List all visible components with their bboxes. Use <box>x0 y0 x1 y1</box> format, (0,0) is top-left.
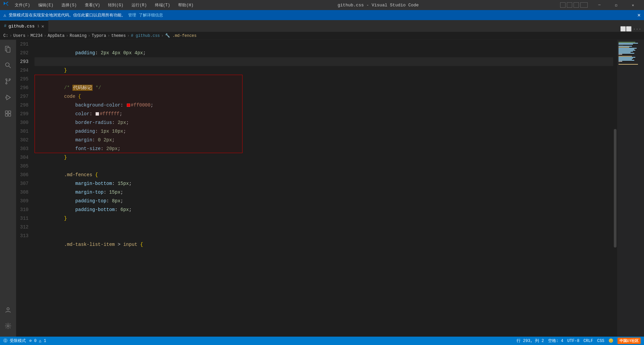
menu-run[interactable]: 运行(R) <box>129 2 150 9</box>
breadcrumb-md-fences[interactable]: 🔧 .md-fences <box>165 33 197 38</box>
menu-help[interactable]: 帮助(H) <box>175 2 196 9</box>
tab-dirty-indicator: 1 <box>37 24 39 28</box>
explorer-icon[interactable] <box>0 41 16 57</box>
scrollbar-track <box>613 40 617 337</box>
code-line-304[interactable] <box>35 153 617 162</box>
code-line-303[interactable]: } <box>35 144 617 153</box>
layout-btn-1[interactable] <box>560 2 566 8</box>
code-line-312[interactable] <box>35 223 617 231</box>
extensions-icon[interactable] <box>0 106 16 122</box>
line-num-291: 291 <box>16 40 32 49</box>
layout-btn-2[interactable] <box>567 2 572 8</box>
svg-marker-7 <box>7 95 10 100</box>
main-area: 291 292 293 294 295 296 297 298 299 300 … <box>0 40 644 337</box>
learn-more-link[interactable]: 了解详细信息 <box>139 12 163 18</box>
line-num-310: 310 <box>16 205 32 214</box>
line-num-311: 311 <box>16 214 32 223</box>
code-line-292[interactable]: font-size: 0.9em; <box>35 49 617 57</box>
scrollbar-thumb[interactable] <box>614 129 616 248</box>
source-control-icon[interactable] <box>0 73 16 89</box>
restore-button[interactable]: ◻ <box>608 0 624 10</box>
tab-filename: github.css <box>8 24 35 29</box>
search-icon[interactable] <box>0 57 16 73</box>
code-line-295[interactable]: /* 代码标记 */ <box>35 75 617 83</box>
line-num-306: 306 <box>16 170 32 179</box>
tab-close-button[interactable]: ✕ <box>41 23 44 29</box>
split-editor-button[interactable]: ⬜⬜ <box>620 26 632 32</box>
menu-select[interactable]: 选择(S) <box>59 2 79 9</box>
run-debug-icon[interactable] <box>0 89 16 106</box>
code-line-296[interactable]: code { <box>35 83 617 92</box>
breadcrumb-typora[interactable]: Typora <box>92 33 106 38</box>
vscode-icon <box>3 1 9 9</box>
feedback-icon[interactable]: 😊 <box>608 338 613 343</box>
code-line-309[interactable]: padding-bottom: 6px; <box>35 197 617 205</box>
svg-point-13 <box>7 308 9 310</box>
breadcrumb-appdata[interactable]: AppData <box>48 33 64 38</box>
line-num-300: 300 <box>16 118 32 127</box>
warning-close-button[interactable]: ✕ <box>637 12 641 18</box>
code-line-307[interactable]: margin-top: 15px; <box>35 179 617 188</box>
breadcrumb-github-css[interactable]: # github.css <box>131 33 160 38</box>
status-left: ⓪ 受限模式 ⊘ 0 △ 1 <box>3 338 46 344</box>
css-file-icon: # <box>4 24 6 28</box>
line-num-294: 294 <box>16 66 32 75</box>
breadcrumb-themes[interactable]: themes <box>111 33 126 38</box>
line-num-295: 295 <box>16 75 32 83</box>
line-numbers: 291 292 293 294 295 296 297 298 299 300 … <box>16 40 35 337</box>
warning-bar: ⚠ 受限模式旨在实现安全地浏览代码。信任此窗口以启用所有功能。 管理 了解详细信… <box>0 10 644 20</box>
code-line-301[interactable]: margin: 0 2px; <box>35 127 617 136</box>
code-line-305[interactable]: .md-fences { <box>35 162 617 170</box>
menu-file[interactable]: 文件(F) <box>12 2 33 9</box>
svg-point-5 <box>6 83 7 84</box>
language-indicator[interactable]: CSS <box>597 339 604 343</box>
error-warning-count[interactable]: ⊘ 0 △ 1 <box>29 338 46 343</box>
breadcrumb-c[interactable]: C: <box>3 33 8 38</box>
editor-area[interactable]: 291 292 293 294 295 296 297 298 299 300 … <box>16 40 644 337</box>
svg-point-14 <box>7 325 9 327</box>
breadcrumb-users[interactable]: Users <box>13 33 25 38</box>
more-actions-button[interactable]: ··· <box>633 26 641 32</box>
close-button[interactable]: ✕ <box>625 0 641 10</box>
manage-link[interactable]: 管理 <box>128 12 136 18</box>
code-line-302[interactable]: font-size: 20px; <box>35 136 617 144</box>
menu-view[interactable]: 查看(V) <box>82 2 103 9</box>
menu-goto[interactable]: 转到(G) <box>105 2 126 9</box>
menu-terminal[interactable]: 终端(T) <box>152 2 173 9</box>
title-bar-right: ─ ◻ ✕ <box>560 0 641 10</box>
line-col-indicator[interactable]: 行 293, 列 2 <box>517 338 544 344</box>
breadcrumb: C: › Users › MC234 › AppData › Roaming ›… <box>0 32 644 40</box>
svg-line-3 <box>9 66 11 68</box>
spaces-indicator[interactable]: 空格: 4 <box>548 338 564 344</box>
safe-mode-indicator[interactable]: ⓪ 受限模式 <box>3 338 26 344</box>
svg-point-6 <box>9 79 10 80</box>
minimap-content <box>617 40 644 67</box>
code-line-299[interactable]: border-radius: 2px; <box>35 110 617 118</box>
menu-edit[interactable]: 编辑(E) <box>36 2 56 9</box>
code-line-293[interactable]: } <box>35 57 617 66</box>
code-line-300[interactable]: padding: 1px 10px; <box>35 118 617 127</box>
breadcrumb-roaming[interactable]: Roaming <box>70 33 87 38</box>
code-content[interactable]: padding: 2px 4px 0px 4px; font-size: 0.9… <box>35 40 617 337</box>
layout-btn-4[interactable] <box>580 2 588 8</box>
line-num-304: 304 <box>16 153 32 162</box>
code-line-306[interactable]: margin-bottom: 15px; <box>35 170 617 179</box>
minimap <box>617 40 644 337</box>
layout-btn-3[interactable] <box>574 2 579 8</box>
tab-github-css[interactable]: # github.css 1 ✕ <box>0 20 48 32</box>
code-line-298[interactable]: color: #ffffff; <box>35 101 617 110</box>
encoding-indicator[interactable]: UTF-8 <box>567 339 579 343</box>
code-line-308[interactable]: padding-top: 8px; <box>35 188 617 197</box>
code-line-313[interactable]: .md-task-list-item > input { <box>35 231 617 240</box>
code-line-311[interactable] <box>35 214 617 223</box>
code-line-297[interactable]: background-color: #ff0000; <box>35 92 617 101</box>
settings-icon[interactable] <box>0 318 16 334</box>
line-ending-indicator[interactable]: CRLF <box>583 339 593 343</box>
breadcrumb-mc234[interactable]: MC234 <box>31 33 43 38</box>
code-line-291[interactable]: padding: 2px 4px 0px 4px; <box>35 40 617 49</box>
code-line-294[interactable] <box>35 66 617 75</box>
code-line-310[interactable]: } <box>35 205 617 214</box>
account-icon[interactable] <box>0 302 16 318</box>
line-num-296: 296 <box>16 83 32 92</box>
minimize-button[interactable]: ─ <box>592 0 607 10</box>
